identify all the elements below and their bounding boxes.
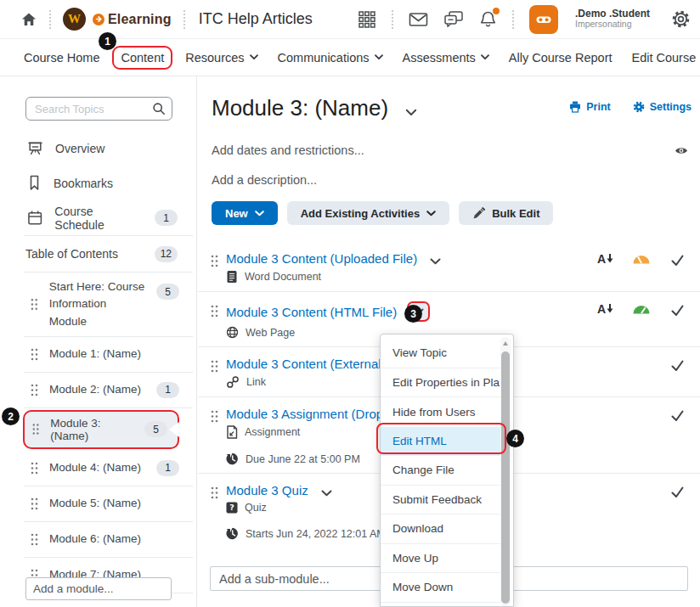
sidebar-item-overview[interactable]: Overview (0, 131, 196, 166)
new-button[interactable]: New (212, 201, 278, 225)
chevron-down-icon[interactable] (405, 109, 417, 116)
add-description-link[interactable]: Add a description... (212, 173, 688, 187)
drag-handle-icon[interactable] (31, 298, 38, 311)
sidebar-module-3-selected[interactable]: Module 3: (Name) 5 (23, 410, 179, 449)
home-icon[interactable] (20, 11, 37, 28)
user-status: Impersonating (575, 20, 650, 30)
due-date-label: Due June 22 at 5:00 PM (246, 453, 360, 465)
chevron-down-icon[interactable] (430, 258, 441, 265)
notifications-bell-icon[interactable] (479, 10, 497, 29)
mail-icon[interactable] (409, 12, 428, 27)
content-link[interactable]: Module 3 Quiz (226, 483, 308, 497)
ally-alternative-formats-icon[interactable]: A (597, 253, 613, 265)
drag-handle-icon[interactable] (211, 305, 218, 318)
nav-item-course-home[interactable]: Course Home (24, 51, 99, 65)
divider (392, 10, 393, 29)
scroll-up-arrow-icon[interactable] (503, 341, 508, 346)
sidebar-item-bookmarks[interactable]: Bookmarks (0, 166, 196, 200)
count-badge: 12 (155, 246, 178, 262)
count-badge: 5 (144, 421, 167, 437)
settings-button[interactable]: Settings (633, 101, 692, 113)
word-document-icon (226, 270, 238, 284)
nav-item-ally-course-report[interactable]: Ally Course Report (509, 51, 612, 65)
add-module-input[interactable] (25, 577, 172, 600)
sidebar-module-1[interactable]: Module 1: (Name) (0, 337, 196, 372)
clock-icon (226, 452, 239, 465)
add-dates-link[interactable]: Add dates and restrictions... (212, 143, 364, 157)
impersonation-avatar[interactable] (529, 5, 558, 34)
content-link[interactable]: Module 3 Content (Uploaded File) (226, 251, 417, 266)
menu-item-move-up[interactable]: Move Up (381, 544, 500, 574)
divider (24, 407, 193, 408)
sidebar-item-label: Bookmarks (54, 177, 113, 190)
nav-item-content[interactable]: Content (112, 46, 172, 70)
drag-handle-icon[interactable] (31, 533, 38, 546)
sidebar-module-2[interactable]: Module 2: (Name) 1 (0, 373, 196, 407)
sidebar-module-6[interactable]: Module 6: (Name) (0, 522, 196, 557)
menu-item-move-down[interactable]: Move Down (381, 573, 500, 603)
menu-item-view-topic[interactable]: View Topic (381, 339, 500, 368)
sidebar-item-course-schedule[interactable]: Course Schedule 1 (0, 200, 196, 235)
app-grid-icon[interactable] (358, 10, 376, 29)
quiz-icon: ? (226, 502, 238, 514)
drag-handle-icon[interactable] (32, 423, 39, 436)
count-badge: 5 (156, 284, 179, 300)
search-icon[interactable] (152, 102, 166, 115)
elearning-logo[interactable]: Elearning (93, 12, 172, 27)
add-existing-activities-button[interactable]: Add Existing Activities (287, 201, 449, 225)
sidebar-module-4[interactable]: Module 4: (Name) 1 (0, 451, 196, 486)
drag-handle-icon[interactable] (211, 410, 218, 423)
content-link[interactable]: Module 3 Assignment (Dropbox (226, 407, 404, 421)
search-input[interactable] (25, 97, 172, 121)
sidebar-item-table-of-contents[interactable]: Table of Contents 12 (0, 236, 196, 272)
visibility-eye-icon[interactable] (675, 146, 688, 155)
chevron-down-icon[interactable] (321, 490, 332, 497)
menu-item-submit-feedback[interactable]: Submit Feedback (381, 486, 500, 515)
content-type-label: Web Page (246, 327, 295, 339)
completion-check-icon (670, 485, 685, 499)
arrow-icon (93, 14, 104, 25)
drag-handle-icon[interactable] (211, 255, 218, 267)
nav-item-edit-course[interactable]: Edit Course (631, 51, 696, 65)
ally-score-gauge-orange-icon[interactable] (632, 253, 651, 264)
menu-item-hide-from-users[interactable]: Hide from Users (381, 397, 500, 427)
print-button[interactable]: Print (569, 101, 610, 113)
menu-item-edit-html[interactable]: Edit HTML (381, 427, 500, 457)
nav-item-resources[interactable]: Resources (185, 51, 257, 65)
module-label: Module 3: (Name) (50, 417, 133, 442)
module-title: Module 3: (Name) (212, 95, 417, 121)
drag-handle-icon[interactable] (31, 497, 38, 510)
bookmark-icon (27, 175, 42, 191)
sidebar: Overview Bookmarks Course Schedule 1 Tab… (0, 76, 197, 607)
gear-icon[interactable] (670, 8, 692, 30)
chat-icon[interactable] (443, 10, 464, 28)
drag-handle-icon[interactable] (31, 348, 38, 361)
bulk-edit-button[interactable]: Bulk Edit (459, 201, 553, 225)
module-label: Module 5: (Name) (49, 495, 141, 512)
divider (512, 10, 514, 29)
scrollbar-thumb[interactable] (501, 351, 510, 604)
chevron-down-icon (481, 54, 489, 60)
step-badge-2: 2 (2, 407, 20, 425)
wmu-logo[interactable]: W (63, 8, 86, 31)
step-badge-3: 3 (404, 305, 422, 323)
drag-handle-icon[interactable] (31, 462, 38, 475)
nav-item-assessments[interactable]: Assessments (403, 51, 489, 65)
menu-item-download[interactable]: Download (381, 514, 500, 544)
sidebar-module-5[interactable]: Module 5: (Name) (0, 486, 196, 521)
nav-item-communications[interactable]: Communications (278, 51, 383, 65)
ally-alternative-formats-icon[interactable]: A (597, 303, 613, 315)
menu-item-change-file[interactable]: Change File (381, 456, 500, 486)
ally-score-gauge-green-icon[interactable] (632, 303, 651, 314)
drag-handle-icon[interactable] (211, 486, 218, 499)
menu-item-edit-properties[interactable]: Edit Properties in Pla... (381, 368, 500, 398)
menu-scrollbar[interactable] (500, 337, 511, 606)
user-info[interactable]: .Demo .Student Impersonating (575, 8, 650, 30)
content-link[interactable]: Module 3 Content (HTML File) (226, 305, 397, 319)
assignment-icon (226, 425, 238, 439)
pencil-icon (472, 207, 485, 220)
printer-icon (569, 101, 581, 113)
sidebar-module-start-here[interactable]: Start Here: Course Information Module 5 (0, 273, 196, 336)
drag-handle-icon[interactable] (31, 384, 38, 396)
drag-handle-icon[interactable] (211, 360, 218, 373)
